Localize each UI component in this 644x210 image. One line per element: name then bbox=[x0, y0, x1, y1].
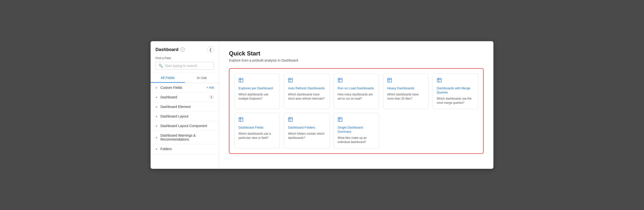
card-desc: How many dashboards are set to run on lo… bbox=[338, 92, 375, 101]
list-item[interactable]: ► Dashboard Layout Component bbox=[150, 121, 219, 131]
tab-all-fields[interactable]: All Fields bbox=[150, 73, 185, 83]
field-label: Dashboard Layout Component bbox=[160, 124, 214, 128]
table-icon bbox=[338, 117, 375, 123]
card-empty-4 bbox=[383, 113, 428, 148]
field-count-badge: 1 bbox=[209, 95, 214, 99]
table-icon bbox=[238, 78, 276, 84]
table-icon bbox=[288, 78, 325, 84]
card-title: Dashboard Fields bbox=[238, 126, 276, 130]
chevron-right-icon: ► bbox=[156, 136, 158, 139]
field-label: Dashboard Warnings & Recommendations bbox=[160, 134, 214, 141]
card-heavy-dashboards[interactable]: Heavy Dashboards Which dashboards have m… bbox=[383, 74, 428, 109]
chevron-right-icon: ► bbox=[156, 125, 158, 127]
sidebar-title-row: Dashboard i ❮ bbox=[156, 46, 214, 53]
svg-rect-18 bbox=[288, 118, 292, 122]
card-single-dashboard-summary[interactable]: Single Dashboard Summary What tiles make… bbox=[334, 113, 379, 148]
sidebar-title: Dashboard bbox=[156, 47, 178, 52]
list-item[interactable]: ► Dashboard Layout bbox=[150, 112, 219, 121]
field-label: Dashboard bbox=[160, 95, 209, 99]
page-title: Quick Start bbox=[229, 50, 484, 57]
page-subtitle: Explore from a prebuilt analysis in Dash… bbox=[229, 58, 484, 62]
field-label: Dashboard Layout bbox=[160, 114, 214, 118]
svg-rect-3 bbox=[288, 78, 292, 82]
table-icon bbox=[288, 117, 325, 123]
add-button[interactable]: + Add bbox=[206, 86, 214, 89]
card-title: Single Dashboard Summary bbox=[338, 126, 375, 134]
card-title: Run on Load Dashboards bbox=[338, 86, 375, 90]
cards-row-1: Explores per Dashboard Which dashboards … bbox=[234, 74, 478, 109]
card-desc: Which dashboards use multiple Explores? bbox=[238, 92, 276, 101]
card-desc: Which dashboards use the most merge quer… bbox=[437, 97, 474, 105]
card-desc: Which dashboards use a particular view o… bbox=[238, 132, 276, 140]
card-title: Dashboards with Merge Queries bbox=[437, 86, 474, 95]
search-icon: 🔍 bbox=[159, 64, 163, 68]
svg-rect-12 bbox=[437, 78, 441, 82]
table-icon bbox=[238, 117, 276, 123]
sidebar: Dashboard i ❮ Find a Field 🔍 Start typin… bbox=[150, 41, 219, 169]
card-desc: Which dashboards have more than 25 tiles… bbox=[387, 92, 424, 101]
list-item[interactable]: ► Dashboard Warnings & Recommendations bbox=[150, 131, 219, 144]
sidebar-title-left: Dashboard i bbox=[156, 47, 185, 52]
card-title: Explores per Dashboard bbox=[238, 86, 276, 90]
chevron-right-icon: ► bbox=[156, 148, 158, 150]
card-run-on-load-dashboards[interactable]: Run on Load Dashboards How many dashboar… bbox=[334, 74, 379, 109]
card-title: Auto Refresh Dashboards bbox=[288, 86, 325, 90]
list-item[interactable]: ► Folders bbox=[150, 144, 219, 154]
search-box[interactable]: 🔍 Start typing to search bbox=[156, 62, 214, 70]
cards-row-2: Dashboard Fields Which dashboards use a … bbox=[234, 113, 478, 148]
list-item[interactable]: ► Dashboard Element bbox=[150, 102, 219, 112]
card-dashboard-fields[interactable]: Dashboard Fields Which dashboards use a … bbox=[234, 113, 280, 148]
card-empty-5 bbox=[433, 113, 478, 148]
table-icon bbox=[338, 78, 375, 84]
quick-start-cards-container: Explores per Dashboard Which dashboards … bbox=[229, 68, 484, 154]
list-item[interactable]: ► Custom Fields + Add bbox=[150, 83, 219, 92]
chevron-right-icon: ► bbox=[156, 96, 158, 99]
chevron-right-icon: ► bbox=[156, 86, 158, 89]
find-field-label: Find a Field bbox=[156, 56, 214, 60]
tab-in-use[interactable]: In Use bbox=[185, 73, 219, 83]
back-button[interactable]: ❮ bbox=[207, 46, 214, 53]
card-dashboard-folders[interactable]: Dashboard Folders Which folders contain … bbox=[284, 113, 329, 148]
list-item[interactable]: ► Dashboard 1 bbox=[150, 92, 219, 102]
card-desc: Which folders contain which dashboards? bbox=[288, 132, 325, 140]
field-label: Dashboard Element bbox=[160, 105, 214, 109]
field-label: Custom Fields bbox=[160, 86, 206, 89]
card-desc: What tiles make up an individual dashboa… bbox=[338, 136, 375, 144]
table-icon bbox=[387, 78, 424, 84]
main-content: Quick Start Explore from a prebuilt anal… bbox=[219, 41, 494, 169]
svg-rect-21 bbox=[338, 118, 342, 122]
field-label: Folders bbox=[160, 147, 214, 151]
info-icon[interactable]: i bbox=[180, 47, 185, 52]
card-title: Heavy Dashboards bbox=[387, 86, 424, 90]
svg-rect-15 bbox=[239, 118, 243, 122]
card-auto-refresh-dashboards[interactable]: Auto Refresh Dashboards Which dashboards… bbox=[284, 74, 329, 109]
chevron-right-icon: ► bbox=[156, 115, 158, 118]
svg-rect-0 bbox=[239, 78, 243, 82]
card-dashboards-merge-queries[interactable]: Dashboards with Merge Queries Which dash… bbox=[433, 74, 478, 109]
table-icon bbox=[437, 78, 474, 84]
card-title: Dashboard Folders bbox=[288, 126, 325, 130]
chevron-right-icon: ► bbox=[156, 106, 158, 108]
card-explores-per-dashboard[interactable]: Explores per Dashboard Which dashboards … bbox=[234, 74, 280, 109]
svg-rect-6 bbox=[338, 78, 342, 82]
svg-rect-9 bbox=[388, 78, 392, 82]
search-placeholder: Start typing to search bbox=[165, 64, 197, 68]
sidebar-header: Dashboard i ❮ Find a Field 🔍 Start typin… bbox=[150, 41, 219, 73]
card-desc: Which dashboards have short auto-refresh… bbox=[288, 92, 325, 101]
tabs-row: All Fields In Use bbox=[150, 73, 219, 83]
field-list: ► Custom Fields + Add ► Dashboard 1 ► Da… bbox=[150, 83, 219, 169]
